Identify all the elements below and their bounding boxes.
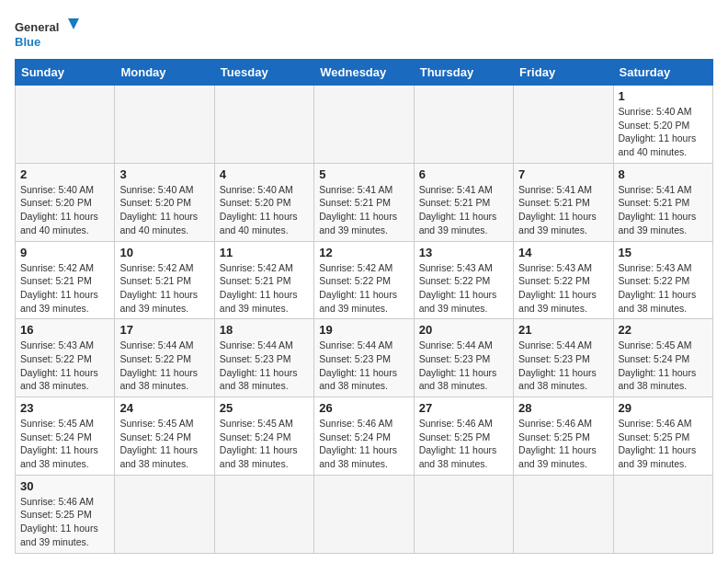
day-number: 19 bbox=[319, 323, 408, 337]
calendar-day-6: 6Sunrise: 5:41 AM Sunset: 5:21 PM Daylig… bbox=[414, 163, 513, 241]
calendar-day-18: 18Sunrise: 5:44 AM Sunset: 5:23 PM Dayli… bbox=[214, 319, 313, 397]
calendar-day-16: 16Sunrise: 5:43 AM Sunset: 5:22 PM Dayli… bbox=[16, 319, 115, 397]
calendar-empty-cell bbox=[514, 86, 613, 164]
day-info: Sunrise: 5:44 AM Sunset: 5:23 PM Dayligh… bbox=[419, 339, 508, 393]
calendar-day-26: 26Sunrise: 5:46 AM Sunset: 5:24 PM Dayli… bbox=[314, 397, 414, 476]
calendar-day-9: 9Sunrise: 5:42 AM Sunset: 5:21 PM Daylig… bbox=[16, 241, 115, 319]
day-number: 12 bbox=[319, 246, 408, 259]
calendar-week-row: 30Sunrise: 5:46 AM Sunset: 5:25 PM Dayli… bbox=[16, 475, 713, 553]
day-number: 17 bbox=[119, 323, 209, 337]
calendar-day-21: 21Sunrise: 5:44 AM Sunset: 5:23 PM Dayli… bbox=[514, 319, 613, 397]
day-info: Sunrise: 5:46 AM Sunset: 5:25 PM Dayligh… bbox=[518, 417, 608, 471]
logo: General Blue bbox=[15, 15, 79, 52]
day-number: 24 bbox=[119, 401, 209, 415]
day-info: Sunrise: 5:41 AM Sunset: 5:21 PM Dayligh… bbox=[419, 183, 508, 237]
calendar-day-7: 7Sunrise: 5:41 AM Sunset: 5:21 PM Daylig… bbox=[514, 163, 613, 241]
svg-text:General: General bbox=[15, 20, 59, 34]
day-number: 27 bbox=[419, 401, 508, 415]
day-info: Sunrise: 5:41 AM Sunset: 5:21 PM Dayligh… bbox=[619, 183, 708, 237]
weekday-header-thursday: Thursday bbox=[414, 60, 513, 86]
weekday-header-monday: Monday bbox=[115, 60, 214, 86]
day-number: 5 bbox=[319, 167, 408, 181]
calendar-empty-cell bbox=[514, 475, 613, 553]
weekday-header-wednesday: Wednesday bbox=[314, 60, 414, 86]
calendar-empty-cell bbox=[16, 86, 115, 164]
day-number: 29 bbox=[619, 401, 708, 415]
day-info: Sunrise: 5:41 AM Sunset: 5:21 PM Dayligh… bbox=[319, 183, 408, 237]
svg-marker-2 bbox=[68, 18, 79, 29]
day-info: Sunrise: 5:46 AM Sunset: 5:25 PM Dayligh… bbox=[419, 417, 508, 471]
day-number: 7 bbox=[518, 167, 608, 181]
calendar-day-27: 27Sunrise: 5:46 AM Sunset: 5:25 PM Dayli… bbox=[414, 397, 513, 476]
weekday-header-row: SundayMondayTuesdayWednesdayThursdayFrid… bbox=[16, 60, 713, 86]
calendar-day-8: 8Sunrise: 5:41 AM Sunset: 5:21 PM Daylig… bbox=[613, 163, 712, 241]
day-info: Sunrise: 5:43 AM Sunset: 5:22 PM Dayligh… bbox=[20, 339, 109, 393]
calendar-week-row: 1Sunrise: 5:40 AM Sunset: 5:20 PM Daylig… bbox=[16, 86, 713, 164]
page-header: General Blue bbox=[15, 15, 713, 52]
day-info: Sunrise: 5:41 AM Sunset: 5:21 PM Dayligh… bbox=[518, 183, 608, 237]
calendar-day-14: 14Sunrise: 5:43 AM Sunset: 5:22 PM Dayli… bbox=[514, 241, 613, 319]
day-info: Sunrise: 5:44 AM Sunset: 5:22 PM Dayligh… bbox=[119, 339, 209, 393]
day-number: 8 bbox=[619, 167, 708, 181]
calendar-day-10: 10Sunrise: 5:42 AM Sunset: 5:21 PM Dayli… bbox=[115, 241, 214, 319]
day-number: 1 bbox=[619, 89, 708, 103]
weekday-header-tuesday: Tuesday bbox=[214, 60, 313, 86]
day-info: Sunrise: 5:44 AM Sunset: 5:23 PM Dayligh… bbox=[319, 339, 408, 393]
day-info: Sunrise: 5:43 AM Sunset: 5:22 PM Dayligh… bbox=[419, 261, 508, 316]
day-info: Sunrise: 5:46 AM Sunset: 5:25 PM Dayligh… bbox=[20, 495, 109, 549]
day-info: Sunrise: 5:42 AM Sunset: 5:22 PM Dayligh… bbox=[319, 261, 408, 316]
day-number: 21 bbox=[518, 323, 608, 337]
calendar-day-4: 4Sunrise: 5:40 AM Sunset: 5:20 PM Daylig… bbox=[214, 163, 313, 241]
day-info: Sunrise: 5:45 AM Sunset: 5:24 PM Dayligh… bbox=[20, 417, 109, 471]
day-number: 26 bbox=[319, 401, 408, 415]
svg-text:Blue: Blue bbox=[15, 35, 40, 49]
calendar-day-17: 17Sunrise: 5:44 AM Sunset: 5:22 PM Dayli… bbox=[115, 319, 214, 397]
calendar-empty-cell bbox=[314, 86, 414, 164]
calendar-day-1: 1Sunrise: 5:40 AM Sunset: 5:20 PM Daylig… bbox=[613, 86, 712, 164]
day-info: Sunrise: 5:46 AM Sunset: 5:24 PM Dayligh… bbox=[319, 417, 408, 471]
day-number: 18 bbox=[220, 323, 309, 337]
calendar-day-29: 29Sunrise: 5:46 AM Sunset: 5:25 PM Dayli… bbox=[613, 397, 712, 476]
day-info: Sunrise: 5:46 AM Sunset: 5:25 PM Dayligh… bbox=[619, 417, 708, 471]
weekday-header-friday: Friday bbox=[514, 60, 613, 86]
day-number: 4 bbox=[220, 167, 309, 181]
day-number: 2 bbox=[20, 167, 109, 181]
day-info: Sunrise: 5:44 AM Sunset: 5:23 PM Dayligh… bbox=[220, 339, 309, 393]
day-info: Sunrise: 5:42 AM Sunset: 5:21 PM Dayligh… bbox=[20, 261, 109, 316]
calendar-day-12: 12Sunrise: 5:42 AM Sunset: 5:22 PM Dayli… bbox=[314, 241, 414, 319]
calendar-day-20: 20Sunrise: 5:44 AM Sunset: 5:23 PM Dayli… bbox=[414, 319, 513, 397]
calendar-day-15: 15Sunrise: 5:43 AM Sunset: 5:22 PM Dayli… bbox=[613, 241, 712, 319]
day-number: 10 bbox=[119, 246, 209, 259]
day-number: 23 bbox=[20, 401, 109, 415]
day-number: 3 bbox=[119, 167, 209, 181]
calendar-empty-cell bbox=[414, 86, 513, 164]
calendar-day-22: 22Sunrise: 5:45 AM Sunset: 5:24 PM Dayli… bbox=[613, 319, 712, 397]
calendar-empty-cell bbox=[115, 475, 214, 553]
day-number: 28 bbox=[518, 401, 608, 415]
day-number: 9 bbox=[20, 246, 109, 259]
calendar-empty-cell bbox=[613, 475, 712, 553]
calendar-week-row: 2Sunrise: 5:40 AM Sunset: 5:20 PM Daylig… bbox=[16, 163, 713, 241]
day-info: Sunrise: 5:42 AM Sunset: 5:21 PM Dayligh… bbox=[220, 261, 309, 316]
day-info: Sunrise: 5:45 AM Sunset: 5:24 PM Dayligh… bbox=[119, 417, 209, 471]
weekday-header-sunday: Sunday bbox=[16, 60, 115, 86]
day-info: Sunrise: 5:40 AM Sunset: 5:20 PM Dayligh… bbox=[619, 105, 708, 159]
calendar-empty-cell bbox=[314, 475, 414, 553]
day-info: Sunrise: 5:43 AM Sunset: 5:22 PM Dayligh… bbox=[619, 261, 708, 316]
calendar-empty-cell bbox=[414, 475, 513, 553]
day-number: 25 bbox=[220, 401, 309, 415]
calendar-week-row: 9Sunrise: 5:42 AM Sunset: 5:21 PM Daylig… bbox=[16, 241, 713, 319]
calendar-week-row: 16Sunrise: 5:43 AM Sunset: 5:22 PM Dayli… bbox=[16, 319, 713, 397]
day-number: 11 bbox=[220, 246, 309, 259]
calendar-week-row: 23Sunrise: 5:45 AM Sunset: 5:24 PM Dayli… bbox=[16, 397, 713, 476]
calendar-empty-cell bbox=[214, 475, 313, 553]
day-number: 30 bbox=[20, 479, 109, 493]
day-info: Sunrise: 5:44 AM Sunset: 5:23 PM Dayligh… bbox=[518, 339, 608, 393]
calendar-day-13: 13Sunrise: 5:43 AM Sunset: 5:22 PM Dayli… bbox=[414, 241, 513, 319]
day-number: 15 bbox=[619, 246, 708, 259]
day-number: 14 bbox=[518, 246, 608, 259]
day-number: 16 bbox=[20, 323, 109, 337]
day-number: 13 bbox=[419, 246, 508, 259]
day-info: Sunrise: 5:45 AM Sunset: 5:24 PM Dayligh… bbox=[220, 417, 309, 471]
calendar-day-19: 19Sunrise: 5:44 AM Sunset: 5:23 PM Dayli… bbox=[314, 319, 414, 397]
